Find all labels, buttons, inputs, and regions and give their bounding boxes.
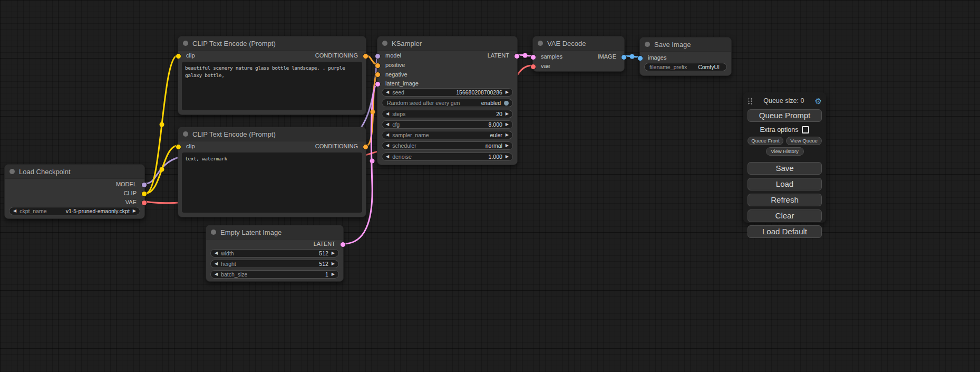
comfy-menu-panel[interactable]: Queue size: 0 ⚙ Queue Prompt Extra optio… xyxy=(743,92,826,223)
output-label-conditioning: CONDITIONING xyxy=(315,142,358,150)
collapse-dot-icon[interactable] xyxy=(183,41,188,46)
input-label-model: model xyxy=(385,51,401,60)
extra-options-label: Extra options xyxy=(760,126,799,133)
clip-input-slot[interactable] xyxy=(176,144,181,150)
decrement-arrow-icon[interactable]: ◀ xyxy=(386,88,389,97)
increment-arrow-icon[interactable]: ▶ xyxy=(506,120,509,129)
decrement-arrow-icon[interactable]: ◀ xyxy=(215,260,218,268)
vae-output-slot[interactable] xyxy=(141,200,147,206)
increment-arrow-icon[interactable]: ▶ xyxy=(332,260,335,268)
decrement-arrow-icon[interactable]: ◀ xyxy=(386,141,389,150)
load-button[interactable]: Load xyxy=(748,178,822,190)
save-button[interactable]: Save xyxy=(748,162,822,175)
collapse-dot-icon[interactable] xyxy=(9,169,15,174)
widget-value: v1-5-pruned-emaonly.ckpt xyxy=(66,208,130,214)
increment-arrow-icon[interactable]: ▶ xyxy=(506,152,509,161)
queue-front-button[interactable]: Queue Front xyxy=(748,137,783,145)
scheduler-widget[interactable]: ◀ scheduler normal ▶ xyxy=(382,141,513,150)
height-widget[interactable]: ◀ height 512 ▶ xyxy=(210,260,339,268)
output-label-latent: LATENT xyxy=(488,51,509,60)
random-seed-toggle-widget[interactable]: Random seed after every gen enabled xyxy=(382,99,513,107)
view-history-button[interactable]: View History xyxy=(766,147,804,156)
latent-image-input-slot[interactable] xyxy=(375,81,381,87)
node-titlebar[interactable]: KSampler xyxy=(377,36,517,51)
refresh-button[interactable]: Refresh xyxy=(748,194,822,206)
batch-size-widget[interactable]: ◀ batch_size 1 ▶ xyxy=(210,270,339,279)
node-titlebar[interactable]: Load Checkpoint xyxy=(5,165,144,179)
node-empty-latent-image[interactable]: Empty Latent Image LATENT ◀ width 512 ▶ … xyxy=(206,225,344,282)
widget-value: 156680208700286 xyxy=(456,89,502,96)
wire-midpoint-dot xyxy=(160,167,164,172)
images-input-slot[interactable] xyxy=(637,55,643,61)
seed-widget[interactable]: ◀ seed 156680208700286 ▶ xyxy=(382,88,513,97)
node-clip-text-encode-negative[interactable]: CLIP Text Encode (Prompt) clip CONDITION… xyxy=(178,127,366,217)
sampler-name-widget[interactable]: ◀ sampler_name euler ▶ xyxy=(382,131,513,139)
latent-output-slot[interactable] xyxy=(340,242,346,247)
decrement-arrow-icon[interactable]: ◀ xyxy=(386,120,389,129)
model-output-slot[interactable] xyxy=(141,182,147,188)
toggle-indicator-icon[interactable] xyxy=(504,101,509,106)
node-titlebar[interactable]: CLIP Text Encode (Prompt) xyxy=(178,127,366,141)
drag-handle-icon[interactable] xyxy=(748,97,753,104)
load-default-button[interactable]: Load Default xyxy=(748,225,822,238)
node-clip-text-encode-positive[interactable]: CLIP Text Encode (Prompt) clip CONDITION… xyxy=(178,36,366,115)
node-titlebar[interactable]: Save Image xyxy=(640,37,731,52)
clip-input-slot[interactable] xyxy=(176,53,181,59)
denoise-widget[interactable]: ◀ denoise 1.000 ▶ xyxy=(382,152,513,161)
clear-button[interactable]: Clear xyxy=(748,209,822,222)
decrement-arrow-icon[interactable]: ◀ xyxy=(386,152,389,161)
latent-output-slot[interactable] xyxy=(514,53,520,59)
node-title: Load Checkpoint xyxy=(19,168,71,176)
node-save-image[interactable]: Save Image images filename_prefix ComfyU… xyxy=(639,37,732,76)
extra-options-checkbox[interactable] xyxy=(802,126,809,133)
conditioning-output-slot[interactable] xyxy=(363,144,368,150)
output-label-image: IMAGE xyxy=(598,52,616,61)
increment-arrow-icon[interactable]: ▶ xyxy=(506,131,509,139)
decrement-arrow-icon[interactable]: ◀ xyxy=(13,207,16,215)
node-graph-canvas[interactable]: Load Checkpoint MODEL CLIP VAE ◀ ckpt_na… xyxy=(0,0,980,372)
increment-arrow-icon[interactable]: ▶ xyxy=(332,270,335,279)
conditioning-output-slot[interactable] xyxy=(363,53,368,59)
node-ksampler[interactable]: KSampler model positive negative latent_… xyxy=(377,36,518,165)
decrement-arrow-icon[interactable]: ◀ xyxy=(386,131,389,139)
node-vae-decode[interactable]: VAE Decode samples vae IMAGE xyxy=(532,36,625,72)
collapse-dot-icon[interactable] xyxy=(382,41,387,46)
steps-widget[interactable]: ◀ steps 20 ▶ xyxy=(382,110,513,118)
increment-arrow-icon[interactable]: ▶ xyxy=(506,88,509,97)
prompt-textarea[interactable]: beautiful scenery nature glass bottle la… xyxy=(182,62,362,110)
decrement-arrow-icon[interactable]: ◀ xyxy=(386,110,389,118)
collapse-dot-icon[interactable] xyxy=(211,230,216,235)
prompt-textarea[interactable]: text, watermark xyxy=(182,152,362,213)
model-input-slot[interactable] xyxy=(375,53,381,59)
node-titlebar[interactable]: CLIP Text Encode (Prompt) xyxy=(178,36,366,51)
decrement-arrow-icon[interactable]: ◀ xyxy=(215,249,218,257)
queue-prompt-button[interactable]: Queue Prompt xyxy=(748,109,822,122)
widget-value: 20 xyxy=(496,111,502,117)
image-output-slot[interactable] xyxy=(621,54,627,60)
collapse-dot-icon[interactable] xyxy=(645,42,650,47)
collapse-dot-icon[interactable] xyxy=(183,131,188,137)
decrement-arrow-icon[interactable]: ◀ xyxy=(215,270,218,279)
node-titlebar[interactable]: VAE Decode xyxy=(533,36,624,51)
node-load-checkpoint[interactable]: Load Checkpoint MODEL CLIP VAE ◀ ckpt_na… xyxy=(4,164,145,219)
clip-output-slot[interactable] xyxy=(141,191,147,197)
increment-arrow-icon[interactable]: ▶ xyxy=(133,207,136,215)
view-queue-button[interactable]: View Queue xyxy=(786,137,822,145)
settings-gear-icon[interactable]: ⚙ xyxy=(815,97,822,105)
output-label-clip: CLIP xyxy=(124,189,137,197)
widget-label: steps xyxy=(392,111,405,117)
collapse-dot-icon[interactable] xyxy=(538,41,543,46)
node-titlebar[interactable]: Empty Latent Image xyxy=(206,225,343,240)
increment-arrow-icon[interactable]: ▶ xyxy=(332,249,335,257)
width-widget[interactable]: ◀ width 512 ▶ xyxy=(210,249,339,257)
increment-arrow-icon[interactable]: ▶ xyxy=(506,110,509,118)
cfg-widget[interactable]: ◀ cfg 8.000 ▶ xyxy=(382,120,513,129)
samples-input-slot[interactable] xyxy=(530,54,536,60)
increment-arrow-icon[interactable]: ▶ xyxy=(506,141,509,150)
filename-prefix-widget[interactable]: filename_prefix ComfyUI xyxy=(644,63,727,71)
negative-input-slot[interactable] xyxy=(375,72,381,78)
ckpt-name-widget[interactable]: ◀ ckpt_name v1-5-pruned-emaonly.ckpt ▶ xyxy=(9,207,140,215)
vae-input-slot[interactable] xyxy=(530,64,536,70)
widget-value: 512 xyxy=(319,261,328,267)
positive-input-slot[interactable] xyxy=(375,63,381,69)
